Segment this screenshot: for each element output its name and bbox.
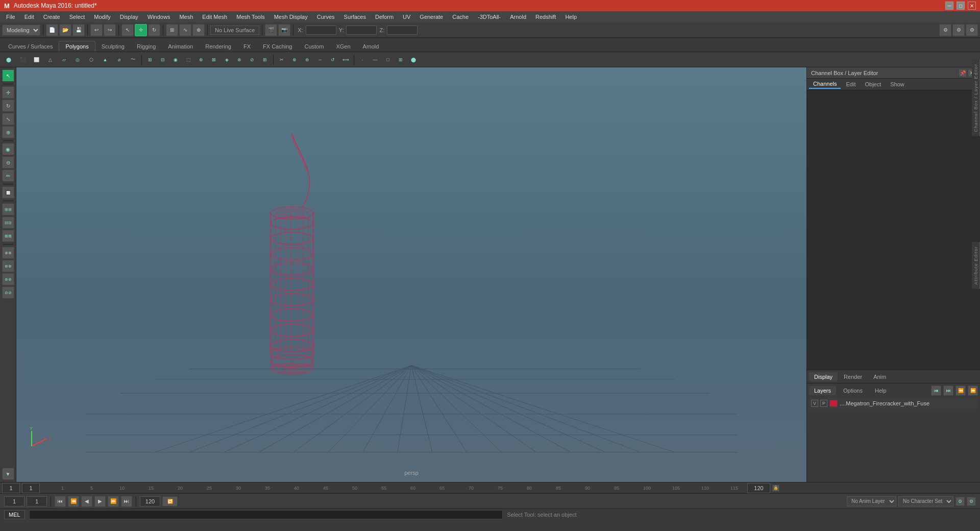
- minimize-button[interactable]: ─: [945, 2, 953, 10]
- layers2-btn[interactable]: ⊟⊟: [2, 216, 14, 229]
- smooth-btn[interactable]: ◉: [169, 54, 182, 66]
- channel-box-editor-tab[interactable]: Channel Box / Layer Editor: [972, 60, 980, 136]
- menu-cache[interactable]: Cache: [448, 13, 473, 21]
- more1-btn[interactable]: ⊕⊕: [2, 247, 14, 259]
- mel-tab[interactable]: MEL: [4, 510, 25, 519]
- play-back-btn[interactable]: ◀: [81, 496, 92, 507]
- loop-btn[interactable]: 🔁: [162, 496, 178, 506]
- menu-mesh-tools[interactable]: Mesh Tools: [232, 13, 268, 21]
- flip-btn[interactable]: ⟺: [339, 54, 352, 66]
- menu-display[interactable]: Display: [116, 13, 142, 21]
- merge-btn[interactable]: ⊗: [233, 54, 246, 66]
- snap-grid-btn[interactable]: ⊞: [166, 24, 178, 36]
- insert-btn[interactable]: ⊕: [288, 54, 301, 66]
- layers-btn[interactable]: ⊞⊞: [2, 203, 14, 215]
- render-tab[interactable]: Render: [839, 372, 867, 381]
- play-fwd-btn[interactable]: ▶: [94, 496, 106, 507]
- step-back-btn[interactable]: ⏪: [68, 496, 79, 507]
- playback-start-input[interactable]: [27, 496, 47, 506]
- layer-play-back[interactable]: ⏮: [931, 385, 941, 396]
- new-scene-btn[interactable]: 📄: [46, 24, 58, 36]
- menu-generate[interactable]: Generate: [415, 13, 447, 21]
- bridge-btn[interactable]: ⊠: [208, 54, 220, 66]
- tab-arnold[interactable]: Arnold: [357, 41, 385, 52]
- separate-btn[interactable]: ⊟: [157, 54, 169, 66]
- poly-helix-btn[interactable]: 〜: [126, 54, 139, 66]
- poly-torus-btn[interactable]: ◎: [71, 54, 84, 66]
- mirror-btn[interactable]: ⬚: [182, 54, 194, 66]
- more4-btn[interactable]: ⊘⊘: [2, 286, 14, 299]
- workspace-dropdown[interactable]: Modeling: [2, 25, 40, 36]
- offset-btn[interactable]: ⊛: [301, 54, 313, 66]
- poly-prism-btn[interactable]: ⬡: [85, 54, 98, 66]
- tab-fx[interactable]: FX: [237, 41, 257, 52]
- close-button[interactable]: ✕: [968, 2, 976, 10]
- layers3-btn[interactable]: ⊠⊠: [2, 230, 14, 242]
- menu-curves[interactable]: Curves: [313, 13, 339, 21]
- more3-btn[interactable]: ⊛⊛: [2, 273, 14, 285]
- pb-icon1[interactable]: ⚙: [955, 497, 965, 506]
- maximize-button[interactable]: □: [957, 2, 965, 10]
- layer-visibility[interactable]: V: [811, 400, 818, 407]
- ipr-btn[interactable]: 📷: [278, 24, 290, 36]
- spin-btn[interactable]: ↺: [327, 54, 339, 66]
- step-fwd-btn[interactable]: ⏩: [108, 496, 119, 507]
- append-btn[interactable]: ⊞: [259, 54, 271, 66]
- menu-surfaces[interactable]: Surfaces: [340, 13, 370, 21]
- menu-help[interactable]: Help: [561, 13, 581, 21]
- timeline-ticks[interactable]: 1 5 10 15 20 25 30 35 40 45 50 55 60 65 …: [61, 482, 806, 493]
- undo-btn[interactable]: ↩: [90, 24, 103, 36]
- layer-playback[interactable]: P: [820, 400, 827, 407]
- uv-mode-btn[interactable]: ⊞: [395, 54, 407, 66]
- tab-animation[interactable]: Animation: [162, 41, 199, 52]
- channels-tab[interactable]: Channels: [809, 80, 841, 89]
- redo-btn[interactable]: ↪: [104, 24, 116, 36]
- start-frame-input[interactable]: [22, 483, 40, 493]
- command-input[interactable]: [29, 510, 503, 519]
- move-tool-btn[interactable]: ✛: [2, 86, 14, 99]
- bottom-tool-btn[interactable]: ▼: [2, 468, 14, 480]
- show-tab[interactable]: Show: [886, 80, 909, 88]
- x-input[interactable]: [306, 26, 336, 35]
- layer-play-back2[interactable]: ⏭: [943, 385, 953, 396]
- char-set-select[interactable]: No Character Set: [898, 496, 953, 506]
- settings-btn1[interactable]: ⚙: [939, 24, 951, 36]
- edit-tab[interactable]: Edit: [842, 80, 860, 88]
- vertex-mode-btn[interactable]: ·: [356, 54, 369, 66]
- viewport[interactable]: ↖ ⊕ ◎ ✱ 📷 View Shading Lighting Show Ren…: [16, 67, 806, 482]
- poly-cube-btn[interactable]: ⬛: [16, 54, 29, 66]
- layer-play-fwd[interactable]: ⏪: [955, 385, 966, 396]
- poly-sphere-btn[interactable]: ⬤: [2, 54, 15, 66]
- menu-uv[interactable]: UV: [399, 13, 414, 21]
- scale-tool-btn[interactable]: ⤡: [2, 113, 14, 125]
- poly-plane-btn[interactable]: ▱: [57, 54, 70, 66]
- y-input[interactable]: [346, 26, 377, 35]
- menu-edit[interactable]: Edit: [20, 13, 38, 21]
- snap-curve-btn[interactable]: ∿: [179, 24, 191, 36]
- anim-layer-select[interactable]: No Anim Layer: [847, 496, 896, 506]
- fill-btn[interactable]: ⊘: [246, 54, 258, 66]
- tab-rendering[interactable]: Rendering: [199, 41, 237, 52]
- timeline-end-btn[interactable]: 🔒: [772, 485, 779, 492]
- paint-btn[interactable]: ✏: [2, 170, 14, 182]
- tab-polygons[interactable]: Polygons: [59, 41, 95, 52]
- menu-create[interactable]: Create: [39, 13, 64, 21]
- layer-color-swatch[interactable]: [829, 400, 838, 407]
- z-input[interactable]: [387, 26, 418, 35]
- menu-3dtoall[interactable]: -3DToAll-: [474, 13, 505, 21]
- bevel-btn[interactable]: ◈: [220, 54, 233, 66]
- settings-btn2[interactable]: ⚙: [952, 24, 965, 36]
- cut-btn[interactable]: ✂: [276, 54, 288, 66]
- help-sub-tab[interactable]: Help: [870, 386, 892, 395]
- more2-btn[interactable]: ⊗⊗: [2, 260, 14, 272]
- rotate-tool-btn[interactable]: ↻: [2, 100, 14, 112]
- snap-btn[interactable]: 🔲: [2, 186, 14, 199]
- menu-arnold[interactable]: Arnold: [506, 13, 530, 21]
- pb-icon2[interactable]: ⚙: [967, 497, 976, 506]
- settings-btn3[interactable]: ⚙: [966, 24, 978, 36]
- panel-pin-btn[interactable]: 📌: [959, 69, 967, 77]
- slide-btn[interactable]: ↔: [314, 54, 326, 66]
- go-to-start-btn[interactable]: ⏮: [55, 496, 66, 507]
- layer-row-megatron[interactable]: V P ....Megatron_Firecracker_with_Fuse: [809, 398, 978, 409]
- transform-btn[interactable]: ✛: [135, 24, 147, 36]
